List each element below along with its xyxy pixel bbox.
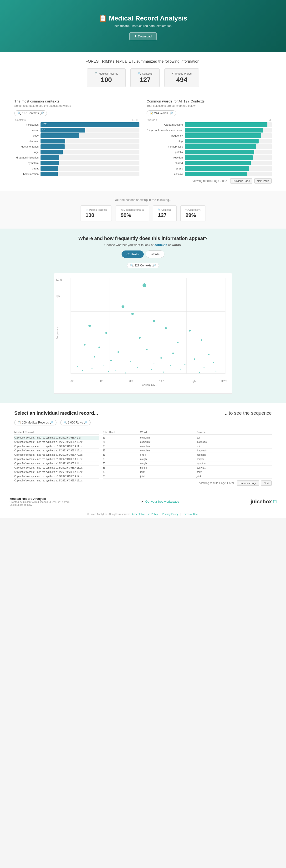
scatter-dot [180,369,181,370]
sequence-row: 25 complaint diagnosis [103,448,272,453]
seq-ndx: 25 [103,449,140,452]
scatter-svg [70,278,225,378]
sequence-row: 21 complain pain [103,436,272,440]
record-list-item[interactable]: C:/proof of concept - med rec synthetic … [14,453,99,457]
context-bar-fill [40,172,58,176]
word-bar-fill [185,139,259,144]
sel-contexts-label: 🔍 Contexts [158,209,171,211]
sel-medical-records-pct: % Medical Records % 99% [116,206,149,221]
record-list-item[interactable]: C:/proof of concept - med rec synthetic … [14,436,99,440]
word-bar-row[interactable]: dtap [147,139,272,144]
context-bar-row[interactable]: symptom [14,161,139,165]
context-bar-value: 1,731 [40,123,49,126]
stat-medical-records: 📋 Medical Records 100 [87,68,126,87]
record-list-item[interactable]: C:/proof of concept - med rec synthetic … [14,470,99,474]
context-bar-value [40,151,42,153]
sequence-row: 33 cough symptom [103,461,272,466]
context-bar-track: 1,731 [40,122,139,127]
record-list-item[interactable]: C:/proof of concept - med rec synthetic … [14,466,99,470]
word-bar-row[interactable]: clavicle [147,172,272,176]
word-bar-row[interactable]: frequency [147,133,272,138]
context-bar-fill [40,155,59,160]
sequence-col: Ndxoffset Word Context 21 complain pain … [103,431,272,486]
context-bar-row[interactable]: documentation [14,144,139,149]
words-prev-button[interactable]: Previous Page [230,178,253,184]
toggle-contexts-button[interactable]: Contexts [122,250,144,258]
context-bar-row[interactable]: throat [14,166,139,171]
word-bar-row[interactable]: Carbamazepine [147,122,272,127]
scatter-dot [203,367,204,368]
stat-medical-records-label: 📋 Medical Records [94,72,118,75]
contexts-filter-bar[interactable]: 🔍 127 Contexts 🔎 [14,110,47,116]
toggle-words-button[interactable]: Words [146,250,164,258]
records-prev-button[interactable]: Previous Page [237,480,259,486]
scatter-y-label: Frequency [56,327,59,340]
sel-ctx-pct-icon: % [185,209,188,211]
context-bar-row[interactable]: body [14,133,139,138]
word-bar-label: memory loss [147,145,185,148]
scatter-dot [77,366,78,367]
scatter-search-icon: 🔎 [152,264,156,267]
word-bar-row[interactable]: memory loss [147,144,272,149]
sel-medical-records-value: 100 [86,212,107,218]
word-bar-row[interactable]: 17 year-old non-hispanic white [147,128,272,132]
records-filter-right[interactable]: 🔍 1,000 Rows 🔎 [60,420,91,426]
footer-left: Medical Record Analysis Created by Galle… [9,497,70,506]
seq-word: complain [140,445,196,447]
sequence-row: 33 joint joint... [103,474,272,478]
record-list-item[interactable]: C:/proof of concept - med rec synthetic … [14,478,99,483]
seq-word: complain [140,436,196,439]
word-bar-fill [185,150,254,154]
word-bar-row[interactable]: patella [147,150,272,154]
word-bar-label: Carbamazepine [147,123,185,126]
word-bar-label: patella [147,151,185,154]
privacy-policy-link[interactable]: Privacy Policy [162,513,178,516]
scatter-dot [189,330,191,332]
context-bar-track [40,166,139,171]
record-list-item[interactable]: C:/proof of concept - med rec synthetic … [14,440,99,444]
context-bar-row[interactable]: disease [14,139,139,144]
download-button[interactable]: ⬇ Download [129,32,157,40]
scatter-filter-bar[interactable]: 🔍 127 Contexts 🔎 [127,262,159,268]
words-next-button[interactable]: Next Page [254,178,272,184]
word-bar-row[interactable]: reaction [147,155,272,160]
word-bar-row[interactable]: press [147,166,272,171]
hero-subtitle: healthcare, unstructured data, explorati… [5,24,281,28]
records-list-col: Medical Record C:/proof of concept - med… [14,431,99,486]
contexts-icon: 🔍 [138,72,141,75]
scatter-dot [208,354,210,355]
word-bar-fill [185,166,249,171]
summary-section: FOREST RIM®'s Textual ETL summarized the… [0,52,286,97]
sequence-row: 33 cough body fu... [103,457,272,461]
context-bar-label: body location [14,173,40,176]
context-bar-label: symptom [14,162,40,164]
footer-cta-link[interactable]: Get your free workspace [146,500,179,503]
records-next-button[interactable]: Next [261,480,272,486]
record-list-item[interactable]: C:/proof of concept - med rec synthetic … [14,461,99,466]
context-bar-track [40,144,139,149]
record-list-item[interactable]: C:/proof of concept - med rec synthetic … [14,444,99,448]
contexts-bars: medication 1,731 patient 784 body [14,122,139,176]
context-bar-row[interactable]: body location [14,172,139,176]
records-list[interactable]: C:/proof of concept - med rec synthetic … [14,436,99,483]
scatter-dot [199,372,200,373]
record-list-item[interactable]: C:/proof of concept - med rec synthetic … [14,474,99,478]
terms-of-use-link[interactable]: Terms of Use [182,513,198,516]
acceptable-use-link[interactable]: Acceptable Use Policy [132,513,158,516]
word-bar-row[interactable]: blurred [147,161,272,165]
record-list-item[interactable]: C:/proof of concept - med rec synthetic … [14,457,99,461]
record-list-item[interactable]: C:/proof of concept - med rec synthetic … [14,448,99,453]
medical-records-icon: 📋 [94,72,98,75]
records-filter-icon: 📋 [18,421,21,424]
word-bar-track [185,161,272,165]
context-bar-row[interactable]: age [14,150,139,154]
context-bar-row[interactable]: medication 1,731 [14,122,139,127]
context-bar-row[interactable]: drug administration [14,155,139,160]
context-bar-value: 784 [40,129,46,131]
records-filter-left[interactable]: 📋 100 Medical Records 🔎 [14,420,57,426]
context-bar-row[interactable]: patient 784 [14,128,139,132]
word-bar-value [185,167,187,170]
words-filter-bar[interactable]: 📝 244 Words 🔎 [147,110,176,116]
stat-unique-words: ✔ Unique Words 494 [164,68,199,87]
footer-links: © Juice Analytics. All rights reserved. … [0,510,286,518]
